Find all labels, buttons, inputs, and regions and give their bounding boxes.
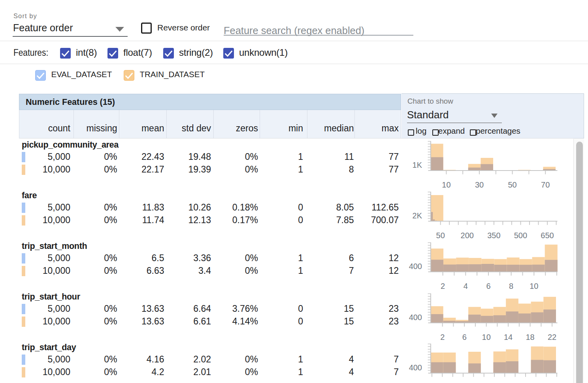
svg-text:18: 18 <box>526 333 534 341</box>
svg-text:2K: 2K <box>413 211 422 220</box>
svg-text:4: 4 <box>464 282 468 290</box>
svg-text:200: 200 <box>461 231 474 240</box>
svg-text:2: 2 <box>441 282 445 290</box>
svg-text:50: 50 <box>436 231 445 240</box>
svg-text:6: 6 <box>486 282 490 290</box>
svg-text:2: 2 <box>440 333 445 341</box>
svg-text:22: 22 <box>548 333 556 341</box>
svg-text:14: 14 <box>504 333 513 341</box>
svg-text:50: 50 <box>508 180 516 189</box>
svg-text:6: 6 <box>462 333 467 341</box>
svg-text:1K: 1K <box>413 161 422 169</box>
svg-text:400: 400 <box>409 313 422 322</box>
svg-text:10: 10 <box>482 333 491 341</box>
svg-text:400: 400 <box>409 363 422 372</box>
svg-text:10: 10 <box>530 282 538 290</box>
svg-text:350: 350 <box>487 231 500 240</box>
svg-text:500: 500 <box>514 231 527 240</box>
svg-text:650: 650 <box>541 231 554 240</box>
svg-text:30: 30 <box>475 180 484 189</box>
svg-text:70: 70 <box>541 180 550 189</box>
svg-text:8: 8 <box>509 282 513 290</box>
svg-text:10: 10 <box>442 180 450 189</box>
svg-text:400: 400 <box>409 262 422 271</box>
